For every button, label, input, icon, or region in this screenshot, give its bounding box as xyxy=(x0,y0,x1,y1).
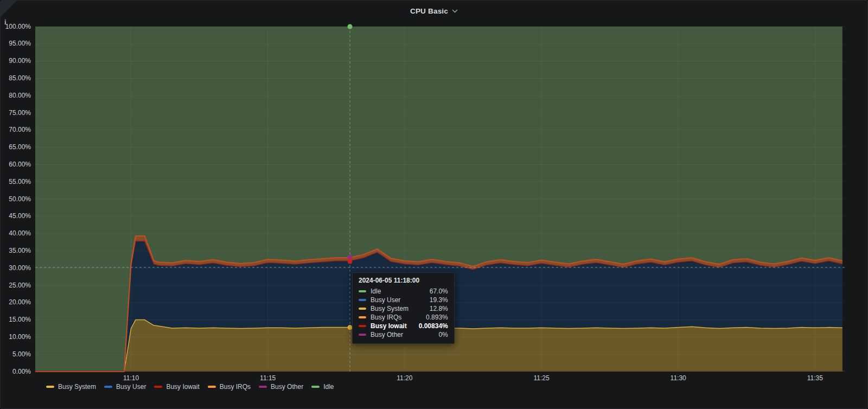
series-color-dash xyxy=(104,386,112,388)
tooltip-row-busy-iowait: Busy Iowait0.00834% xyxy=(359,322,448,330)
tooltip-series-name: Busy Other xyxy=(371,331,403,338)
series-color-dash xyxy=(208,386,216,388)
series-color-dash xyxy=(311,386,320,388)
x-axis-label: 11:30 xyxy=(671,374,686,382)
cpu-usage-chart[interactable] xyxy=(1,1,868,409)
legend-label: Busy IRQs xyxy=(220,383,251,391)
legend-item-busy-iowait[interactable]: Busy Iowait xyxy=(154,383,199,391)
series-color-dash xyxy=(154,386,162,388)
tooltip-series-name: Busy System xyxy=(371,305,409,312)
legend-item-busy-system[interactable]: Busy System xyxy=(46,383,96,391)
tooltip-series-value: 67.0% xyxy=(430,287,448,295)
series-color-dash xyxy=(359,290,366,292)
panel-header: CPU Basic xyxy=(1,1,867,21)
legend-label: Busy Iowait xyxy=(166,383,199,391)
tooltip-series-value: 12.8% xyxy=(430,305,448,312)
panel-title: CPU Basic xyxy=(410,7,448,15)
legend-label: Busy System xyxy=(58,383,96,391)
tooltip: 2024-06-05 11:18:00 Idle67.0%Busy User19… xyxy=(352,272,455,344)
tooltip-series-value: 0.00834% xyxy=(419,322,448,330)
x-axis-label: 11:25 xyxy=(533,374,549,382)
chevron-down-icon xyxy=(452,9,458,13)
x-axis-label: 11:35 xyxy=(807,374,823,382)
tooltip-series-value: 0.893% xyxy=(426,314,448,321)
tooltip-row-busy-system: Busy System12.8% xyxy=(359,304,448,313)
hover-point-idle xyxy=(347,24,352,29)
series-color-dash xyxy=(359,308,366,310)
legend-item-busy-user[interactable]: Busy User xyxy=(104,383,146,391)
legend-label: Busy Other xyxy=(271,383,303,391)
series-color-dash xyxy=(359,316,366,318)
x-axis-label: 11:20 xyxy=(397,374,412,382)
x-axis-label: 11:15 xyxy=(260,374,276,382)
series-color-dash xyxy=(359,325,366,327)
tooltip-series-name: Busy IRQs xyxy=(371,314,401,321)
tooltip-series-name: Busy User xyxy=(371,296,400,304)
tooltip-row-busy-irqs: Busy IRQs0.893% xyxy=(359,313,448,322)
series-color-dash xyxy=(359,299,366,301)
series-color-dash xyxy=(359,334,366,336)
series-color-dash xyxy=(259,386,267,388)
legend: Busy SystemBusy UserBusy IowaitBusy IRQs… xyxy=(46,383,334,391)
legend-label: Idle xyxy=(323,383,334,391)
tooltip-series-name: Idle xyxy=(371,287,381,295)
tooltip-series-value: 19.3% xyxy=(430,296,448,304)
panel-title-menu[interactable]: CPU Basic xyxy=(406,5,462,17)
tooltip-timestamp: 2024-06-05 11:18:00 xyxy=(359,277,448,284)
legend-item-busy-other[interactable]: Busy Other xyxy=(259,383,303,391)
tooltip-series-name: Busy Iowait xyxy=(371,322,407,330)
hover-point-busy-iowait xyxy=(347,259,352,264)
tooltip-row-busy-other: Busy Other0% xyxy=(359,330,448,339)
tooltip-row-idle: Idle67.0% xyxy=(359,287,448,296)
legend-item-idle[interactable]: Idle xyxy=(311,383,334,391)
x-axis-label: 11:10 xyxy=(123,374,139,382)
tooltip-series-value: 0% xyxy=(438,331,448,338)
legend-item-busy-irqs[interactable]: Busy IRQs xyxy=(208,383,251,391)
tooltip-row-busy-user: Busy User19.3% xyxy=(359,296,448,304)
grafana-panel: i CPU Basic 100.00%95.00%90.00%85.00%80.… xyxy=(0,0,868,409)
series-color-dash xyxy=(46,386,54,388)
legend-label: Busy User xyxy=(116,383,146,391)
